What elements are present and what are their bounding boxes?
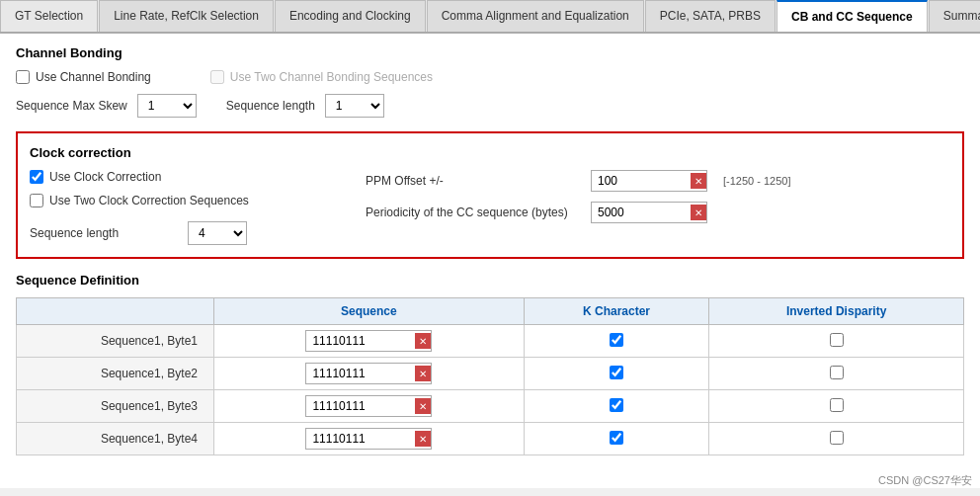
col-inv-disp: Inverted Disparity — [709, 298, 964, 325]
cb-seq-length-label: Sequence length — [226, 99, 315, 113]
watermark: CSDN @CS27华安 — [878, 473, 972, 488]
seq-row-value: ✕ — [214, 325, 525, 358]
sequence-definition-section: Sequence Definition Sequence K Character… — [16, 273, 964, 455]
table-row: Sequence1, Byte2✕ — [17, 358, 964, 390]
use-two-clock-correction-checkbox[interactable] — [30, 194, 43, 207]
use-two-clock-correction-label[interactable]: Use Two Clock Correction Sequences — [30, 194, 326, 207]
clock-correction-section: Clock correction Use Clock Correction Us… — [16, 131, 964, 259]
sequence-table: Sequence K Character Inverted Disparity … — [16, 297, 964, 455]
seq-value-input[interactable] — [306, 396, 415, 416]
tab-pcie-sata-prbs[interactable]: PCIe, SATA, PRBS — [645, 0, 776, 32]
seq-value-input[interactable] — [306, 364, 415, 383]
cc-seq-length-label: Sequence length — [30, 226, 119, 240]
cb-seq-length-select[interactable]: 124 — [325, 94, 384, 118]
seq-k-char — [524, 423, 708, 455]
seq-inv-disp — [709, 325, 964, 358]
seq-max-skew-select[interactable]: 124 — [137, 94, 197, 118]
use-two-channel-bonding-checkbox[interactable] — [210, 70, 224, 84]
seq-clear-button[interactable]: ✕ — [415, 333, 431, 349]
channel-bonding-section: Channel Bonding Use Channel Bonding Use … — [16, 45, 964, 118]
seq-inv-disp — [709, 390, 964, 423]
seq-k-char — [524, 390, 708, 423]
col-k-char: K Character — [524, 298, 708, 325]
seq-clear-button[interactable]: ✕ — [415, 398, 431, 414]
use-channel-bonding-label[interactable]: Use Channel Bonding — [16, 70, 151, 84]
channel-bonding-header: Channel Bonding — [16, 45, 964, 60]
use-two-channel-bonding-label: Use Two Channel Bonding Sequences — [210, 70, 433, 84]
seq-clear-button[interactable]: ✕ — [415, 366, 431, 381]
sequence-definition-header: Sequence Definition — [16, 273, 964, 288]
k-char-checkbox[interactable] — [610, 398, 623, 412]
periodicity-label: Periodicity of the CC sequence (bytes) — [366, 206, 583, 219]
col-name — [17, 298, 214, 325]
seq-k-char — [524, 358, 708, 390]
ppm-offset-input-group: ✕ — [591, 170, 707, 192]
use-clock-correction-checkbox[interactable] — [30, 170, 43, 184]
seq-k-char — [524, 325, 708, 358]
seq-inv-disp — [709, 423, 964, 455]
cc-seq-length-select[interactable]: 124 — [188, 221, 247, 245]
seq-row-value: ✕ — [214, 390, 525, 423]
seq-row-value: ✕ — [214, 423, 525, 455]
k-char-checkbox[interactable] — [610, 333, 623, 347]
periodicity-input-group: ✕ — [591, 202, 707, 223]
ppm-offset-input[interactable] — [592, 171, 691, 191]
table-row: Sequence1, Byte4✕ — [17, 423, 964, 455]
seq-value-input[interactable] — [306, 331, 415, 351]
tabs-bar: GT SelectionLine Rate, RefClk SelectionE… — [0, 0, 980, 34]
tab-line-rate-refclk-selection[interactable]: Line Rate, RefClk Selection — [99, 0, 274, 32]
seq-clear-button[interactable]: ✕ — [415, 431, 431, 447]
seq-row-name: Sequence1, Byte1 — [17, 325, 214, 358]
seq-inv-disp — [709, 358, 964, 390]
inv-disp-checkbox[interactable] — [830, 398, 844, 412]
use-channel-bonding-checkbox[interactable] — [16, 70, 30, 84]
seq-row-name: Sequence1, Byte3 — [17, 390, 214, 423]
tab-summary[interactable]: Summary — [929, 0, 980, 32]
col-sequence: Sequence — [214, 298, 525, 325]
clock-correction-header: Clock correction — [30, 145, 950, 160]
periodicity-clear-button[interactable]: ✕ — [691, 205, 706, 220]
tab-encoding-and-clocking[interactable]: Encoding and Clocking — [275, 0, 426, 32]
inv-disp-checkbox[interactable] — [830, 333, 844, 347]
ppm-offset-clear-button[interactable]: ✕ — [691, 173, 706, 189]
seq-row-name: Sequence1, Byte4 — [17, 423, 214, 455]
tab-comma-alignment-and-equalization[interactable]: Comma Alignment and Equalization — [427, 0, 644, 32]
table-row: Sequence1, Byte3✕ — [17, 390, 964, 423]
seq-row-name: Sequence1, Byte2 — [17, 358, 214, 390]
seq-value-input[interactable] — [306, 429, 415, 449]
use-clock-correction-label[interactable]: Use Clock Correction — [30, 170, 326, 184]
table-row: Sequence1, Byte1✕ — [17, 325, 964, 358]
tab-cb-and-cc-sequence[interactable]: CB and CC Sequence — [776, 0, 928, 32]
k-char-checkbox[interactable] — [610, 431, 623, 445]
inv-disp-checkbox[interactable] — [830, 366, 844, 379]
seq-row-value: ✕ — [214, 358, 525, 390]
k-char-checkbox[interactable] — [610, 366, 623, 379]
inv-disp-checkbox[interactable] — [830, 431, 844, 445]
ppm-offset-label: PPM Offset +/- — [366, 174, 583, 188]
tab-gt-selection[interactable]: GT Selection — [0, 0, 98, 32]
ppm-range-hint: [-1250 - 1250] — [723, 175, 791, 187]
periodicity-input[interactable] — [592, 203, 691, 222]
seq-max-skew-label: Sequence Max Skew — [16, 99, 127, 113]
